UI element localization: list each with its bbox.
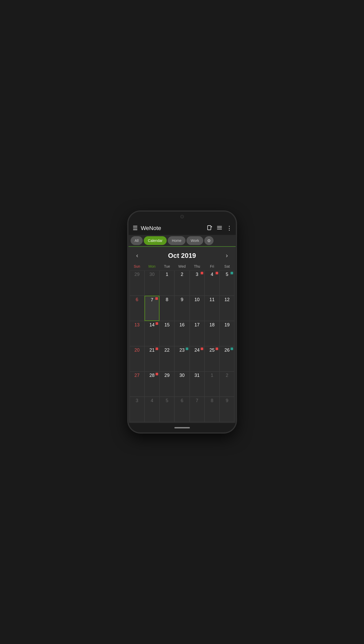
cal-date: 8 [166,297,168,302]
table-row[interactable]: 14 [145,321,159,346]
cal-date: 4 [151,398,153,403]
cal-date: 10 [194,297,200,302]
table-row[interactable]: 30 [145,270,159,296]
table-row[interactable]: 29 [130,270,145,296]
table-row[interactable]: 15 [159,321,174,346]
month-header: ‹ Oct 2019 › [129,247,236,263]
cal-date: 16 [179,322,184,328]
red-event-dot [156,348,158,350]
tab-work[interactable]: Work [187,236,203,245]
table-row[interactable]: 23 [174,346,189,371]
table-row[interactable]: 12 [219,296,234,321]
prev-month-button[interactable]: ‹ [134,251,141,260]
cal-date: 27 [134,373,140,378]
table-row[interactable]: 5 [219,270,234,296]
table-row[interactable]: 20 [130,346,145,371]
table-row[interactable]: 22 [159,346,174,371]
bottom-bar [129,423,236,432]
tab-calendar[interactable]: Calendar [144,236,167,245]
table-row[interactable]: 1 [159,270,174,296]
table-row[interactable]: 9 [219,397,234,422]
cal-date: 8 [211,398,213,403]
phone-screen: ☰ WeNote ⋮ [129,212,236,432]
table-row[interactable]: 8 [205,397,219,422]
top-actions: ⋮ [207,225,232,232]
cal-date: 21 [149,348,155,353]
cal-date: 22 [164,348,170,353]
tabs-bar: All Calendar Home Work ⚙ [129,235,236,247]
red-event-dot [155,297,158,300]
calendar-area: ‹ Oct 2019 › Sun Mon Tue Wed Thu Fri Sat… [129,247,236,423]
table-row[interactable]: 6 [174,397,189,422]
cal-date: 31 [194,373,200,378]
cal-date: 28 [149,373,155,378]
cal-date: 30 [149,272,155,277]
table-row[interactable]: 4 [145,397,159,422]
table-row[interactable]: 7 [145,296,159,321]
settings-tab[interactable]: ⚙ [204,236,214,245]
svg-rect-0 [207,225,211,230]
cal-date: 18 [209,322,215,328]
table-row[interactable]: 5 [159,397,174,422]
day-header-fri: Fri [205,263,219,270]
tab-all[interactable]: All [131,236,143,245]
table-row[interactable]: 29 [159,371,174,397]
table-row[interactable]: 3 [190,270,205,296]
cal-date: 1 [166,272,168,277]
next-month-button[interactable]: › [223,251,231,260]
cal-date: 30 [179,373,184,378]
table-row[interactable]: 3 [130,397,145,422]
cal-date: 9 [181,297,183,302]
table-row[interactable]: 4 [205,270,219,296]
table-row[interactable]: 19 [219,321,234,346]
day-header-mon: Mon [145,263,159,270]
table-row[interactable]: 9 [174,296,189,321]
calendar-grid: 2930123456789101112131415161718192021222… [129,270,236,423]
cal-date: 3 [196,272,198,277]
table-row[interactable]: 27 [130,371,145,397]
hamburger-icon[interactable]: ☰ [133,225,138,232]
table-row[interactable]: 24 [190,346,205,371]
table-row[interactable]: 21 [145,346,159,371]
cal-date: 2 [181,272,183,277]
table-row[interactable]: 28 [145,371,159,397]
cal-date: 26 [224,348,230,353]
table-row[interactable]: 2 [174,270,189,296]
more-icon[interactable]: ⋮ [226,225,232,232]
cal-date: 9 [226,398,228,403]
table-row[interactable]: 6 [130,296,145,321]
red-event-dot [156,322,158,325]
cal-date: 13 [134,322,140,328]
day-header-wed: Wed [174,263,189,270]
table-row[interactable]: 11 [205,296,219,321]
red-event-dot [156,373,158,375]
day-header-thu: Thu [190,263,205,270]
table-row[interactable]: 26 [219,346,234,371]
table-row[interactable]: 2 [219,371,234,397]
cal-date: 29 [164,373,170,378]
table-row[interactable]: 13 [130,321,145,346]
cal-date: 25 [209,348,215,353]
cal-date: 12 [224,297,230,302]
table-row[interactable]: 16 [174,321,189,346]
table-row[interactable]: 7 [190,397,205,422]
list-view-icon[interactable] [217,225,222,232]
cal-date: 2 [226,373,228,378]
table-row[interactable]: 8 [159,296,174,321]
cal-date: 3 [136,398,138,403]
table-row[interactable]: 1 [205,371,219,397]
table-row[interactable]: 30 [174,371,189,397]
cal-date: 19 [224,322,230,328]
tab-home[interactable]: Home [168,236,185,245]
new-note-icon[interactable] [207,225,213,232]
table-row[interactable]: 10 [190,296,205,321]
teal-event-dot [186,348,188,350]
cal-date: 17 [194,322,200,328]
table-row[interactable]: 25 [205,346,219,371]
table-row[interactable]: 18 [205,321,219,346]
cal-date: 20 [134,348,140,353]
table-row[interactable]: 17 [190,321,205,346]
teal-event-dot [231,272,233,274]
table-row[interactable]: 31 [190,371,205,397]
app-title: WeNote [141,225,207,232]
